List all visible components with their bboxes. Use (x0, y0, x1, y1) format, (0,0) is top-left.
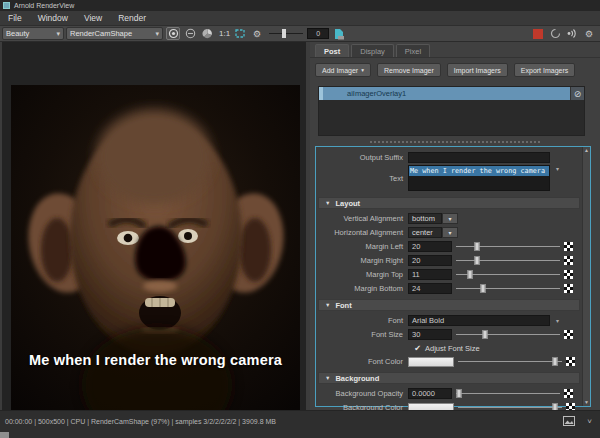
adjust-font-size-checkbox[interactable]: ✔ (413, 344, 422, 353)
menu-view[interactable]: View (76, 13, 110, 23)
render-viewport[interactable]: Me when I render the wrong camera (2, 42, 306, 410)
chevron-down-icon: ▾ (155, 30, 159, 38)
map-texture-button[interactable] (564, 256, 573, 265)
tab-display[interactable]: Display (351, 44, 394, 57)
map-texture-button[interactable] (564, 270, 573, 279)
imager-list-item-selected[interactable]: aiImagerOverlay1 ⊘ (319, 87, 584, 100)
font-size-field[interactable]: 30 (408, 329, 452, 340)
vertical-alignment-row: Vertical Alignment bottom ▾ (316, 212, 582, 225)
aov-select[interactable]: Beauty ▾ (2, 27, 64, 40)
toolbar: Beauty ▾ RenderCamShape ▾ 1:1 ⚙ 0 (0, 26, 600, 42)
export-imagers-button[interactable]: Export Imagers (514, 63, 575, 77)
layout-section-header[interactable]: ▼ Layout (318, 197, 580, 209)
collapse-icon: ▼ (325, 200, 330, 206)
ipr-broadcast-icon[interactable] (565, 27, 579, 40)
margin-bottom-field[interactable]: 24 (408, 283, 452, 294)
render-region-icon[interactable] (166, 27, 180, 40)
horizontal-alignment-select[interactable]: center (408, 227, 442, 238)
snapshot-icon[interactable] (183, 27, 197, 40)
chevron-down-icon[interactable]: ▾ (442, 227, 458, 238)
slider-handle[interactable] (474, 242, 479, 251)
selected-text: Me when I render the wrong camera (409, 166, 549, 176)
imager-list[interactable]: aiImagerOverlay1 ⊘ (318, 86, 585, 136)
margin-bottom-slider[interactable] (456, 282, 560, 295)
disable-imager-button[interactable]: ⊘ (570, 87, 584, 100)
adjust-font-size-row: ✔ Adjust Font Size (316, 342, 582, 354)
tab-pixel[interactable]: Pixel (396, 44, 430, 57)
color-wheel-icon[interactable] (200, 27, 214, 40)
scroll-down-icon[interactable]: ▼ (584, 399, 589, 406)
arnold-renderview-window: Arnold RenderView File Window View Rende… (0, 0, 600, 438)
render-overlay-caption: Me when I render the wrong camera (11, 352, 300, 368)
slider-handle[interactable] (282, 29, 286, 38)
scroll-up-icon[interactable]: ▲ (584, 147, 589, 154)
background-section-header[interactable]: ▼ Background (318, 372, 580, 384)
slider-handle[interactable] (467, 270, 472, 279)
chevron-down-icon[interactable]: ▾ (556, 317, 559, 324)
chevron-down-icon[interactable]: ▾ (556, 165, 559, 172)
text-row: Text Me when I render the wrong camera ▾ (316, 165, 582, 193)
import-imagers-button[interactable]: Import Imagers (447, 63, 508, 77)
text-field[interactable]: Me when I render the wrong camera (408, 165, 550, 191)
imager-properties-panel: Output Suffix Text Me when I render the … (315, 146, 591, 407)
map-texture-button[interactable] (564, 389, 573, 398)
splitter-handle[interactable] (370, 141, 540, 143)
background-opacity-slider[interactable] (456, 387, 560, 400)
output-suffix-field[interactable] (408, 152, 550, 163)
font-field[interactable]: Arial Bold (408, 315, 550, 326)
slider-handle[interactable] (552, 357, 557, 366)
window-title: Arnold RenderView (14, 2, 74, 9)
map-texture-button[interactable] (564, 284, 573, 293)
properties-scrollbar[interactable]: ▲ ▼ (582, 147, 590, 406)
vertical-alignment-select[interactable]: bottom (408, 213, 442, 224)
display-gamma-slider[interactable] (269, 27, 303, 40)
imager-panel: Post Display Pixel Add Imager ▾ Remove I… (310, 42, 600, 410)
margin-right-slider[interactable] (456, 254, 560, 267)
margin-left-field[interactable]: 20 (408, 241, 452, 252)
font-section-header[interactable]: ▼ Font (318, 299, 580, 311)
app-icon (3, 2, 10, 9)
margin-right-field[interactable]: 20 (408, 255, 452, 266)
slider-handle[interactable] (474, 256, 479, 265)
crop-region-icon[interactable] (233, 27, 247, 40)
slider-handle[interactable] (481, 284, 486, 293)
map-texture-button[interactable] (566, 357, 575, 366)
margin-left-row: Margin Left 20 (316, 240, 582, 253)
slider-handle[interactable] (457, 389, 462, 398)
gear-icon[interactable]: ⚙ (250, 27, 264, 40)
menu-render[interactable]: Render (110, 13, 154, 23)
margin-top-field[interactable]: 11 (408, 269, 452, 280)
menu-file[interactable]: File (0, 13, 30, 23)
map-texture-button[interactable] (564, 242, 573, 251)
refresh-render-icon[interactable] (548, 27, 562, 40)
margin-top-slider[interactable] (456, 268, 560, 281)
zoom-1to1-button[interactable]: 1:1 (219, 29, 230, 38)
background-opacity-field[interactable]: 0.0000 (408, 388, 452, 399)
font-row: Font Arial Bold ▾ (316, 314, 582, 327)
snapshot-image-icon[interactable] (563, 416, 575, 426)
horizontal-alignment-row: Horizontal Alignment center ▾ (316, 226, 582, 239)
chevron-down-icon: ▾ (361, 67, 364, 73)
status-icons: ˅ (563, 416, 592, 426)
font-color-slider[interactable] (458, 355, 562, 368)
camera-select[interactable]: RenderCamShape ▾ (66, 27, 163, 40)
exposure-value-field[interactable]: 0 (307, 28, 329, 39)
add-imager-button[interactable]: Add Imager ▾ (315, 63, 371, 77)
map-texture-button[interactable] (564, 330, 573, 339)
chevron-down-icon[interactable]: ˅ (587, 417, 592, 426)
tab-post[interactable]: Post (315, 44, 349, 57)
font-color-swatch[interactable] (408, 357, 454, 367)
menu-window[interactable]: Window (30, 13, 76, 23)
margin-bottom-row: Margin Bottom 24 (316, 282, 582, 295)
chevron-down-icon[interactable]: ▾ (442, 213, 458, 224)
stop-render-button[interactable] (531, 27, 545, 40)
log-file-icon[interactable] (332, 27, 346, 40)
slider-handle[interactable] (483, 330, 488, 339)
font-size-slider[interactable] (456, 328, 560, 341)
remove-imager-button[interactable]: Remove Imager (377, 63, 441, 77)
resize-grip[interactable] (0, 432, 9, 438)
margin-top-row: Margin Top 11 (316, 268, 582, 281)
imager-buttons: Add Imager ▾ Remove Imager Import Imager… (315, 63, 575, 77)
settings-gear-icon[interactable]: ⚙ (582, 27, 596, 40)
margin-left-slider[interactable] (456, 240, 560, 253)
